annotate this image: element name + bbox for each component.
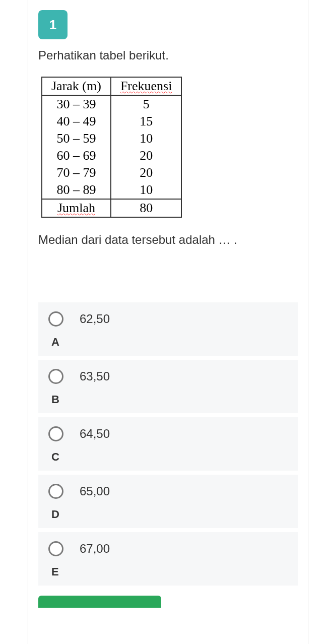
radio-icon[interactable] [48,541,63,556]
option-e[interactable]: 67,00 E [38,532,298,586]
radio-icon[interactable] [48,426,63,441]
radio-icon[interactable] [48,484,63,499]
frequency-table: Jarak (m) Frekuensi 30 – 395 40 – 4915 5… [41,77,182,218]
table-header-jarak: Jarak (m) [42,77,111,95]
option-letter: B [48,393,288,406]
question-text: Median dari data tersebut adalah … . [38,233,298,247]
option-letter: A [48,336,288,349]
table-row: 70 – 7920 [42,164,181,181]
question-number-badge: 1 [38,10,68,39]
table-row: 50 – 5910 [42,130,181,147]
table-header-frekuensi: Frekuensi [111,77,182,95]
table-row: 40 – 4915 [42,113,181,130]
cell-freq: 10 [111,130,182,147]
table-footer-row: Jumlah 80 [42,199,181,217]
option-letter: E [48,565,288,578]
option-a[interactable]: 62,50 A [38,302,298,356]
table-row: 80 – 8910 [42,181,181,199]
option-text: 63,50 [80,369,110,383]
option-text: 65,00 [80,484,110,498]
cell-freq: 20 [111,164,182,181]
submit-button[interactable] [38,596,161,608]
radio-icon[interactable] [48,369,63,384]
option-letter: C [48,450,288,464]
table-row: 60 – 6920 [42,147,181,164]
instruction-text: Perhatikan tabel berikut. [38,48,298,62]
option-text: 67,00 [80,542,110,556]
table-row: 30 – 395 [42,95,181,113]
cell-freq: 10 [111,181,182,199]
option-text: 64,50 [80,427,110,441]
cell-range: 60 – 69 [42,147,111,164]
option-d[interactable]: 65,00 D [38,475,298,528]
option-text: 62,50 [80,312,110,326]
table-footer-value: 80 [111,199,182,217]
option-letter: D [48,508,288,521]
options-group: 62,50 A 63,50 B 64,50 C [38,302,298,590]
cell-range: 40 – 49 [42,113,111,130]
radio-icon[interactable] [48,311,63,327]
cell-range: 80 – 89 [42,181,111,199]
option-c[interactable]: 64,50 C [38,417,298,471]
cell-range: 30 – 39 [42,95,111,113]
table-footer-label: Jumlah [42,199,111,217]
cell-freq: 15 [111,113,182,130]
cell-freq: 20 [111,147,182,164]
option-b[interactable]: 63,50 B [38,360,298,413]
cell-range: 50 – 59 [42,130,111,147]
cell-freq: 5 [111,95,182,113]
cell-range: 70 – 79 [42,164,111,181]
